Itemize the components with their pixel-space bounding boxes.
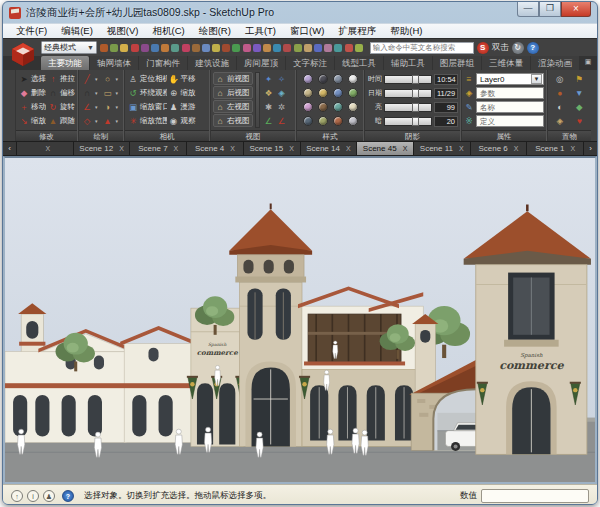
draw-tool-button[interactable]: ▭ ▾: [102, 86, 122, 100]
modify-tool-button[interactable]: ▲ 跟随: [47, 114, 75, 128]
quick-tool-icon[interactable]: [324, 44, 332, 52]
scene-tab[interactable]: X: [17, 142, 73, 155]
ribbon-tab[interactable]: 渲染动画: [531, 56, 579, 70]
shadow-slider[interactable]: [384, 117, 432, 126]
style-swatch-button[interactable]: [315, 100, 330, 114]
dropdown-arrow-icon[interactable]: ▾: [95, 104, 98, 110]
quick-tool-icon[interactable]: [100, 44, 108, 52]
help-icon[interactable]: ?: [62, 490, 74, 502]
style-swatch-button[interactable]: [315, 114, 330, 128]
draw-tool-button[interactable]: ◑ ▾: [102, 100, 122, 114]
quick-tool-icon[interactable]: [171, 44, 179, 52]
maximize-button[interactable]: ❐: [539, 2, 561, 17]
attribute-field[interactable]: 参数: [476, 87, 544, 99]
view-button[interactable]: ⌂ 前视图: [213, 72, 253, 85]
menu-item[interactable]: 工具(T): [238, 24, 283, 39]
sketchup-logo[interactable]: [9, 41, 37, 68]
utility-tool-button[interactable]: ●: [550, 86, 570, 100]
modify-tool-button[interactable]: ↑ 推拉: [47, 72, 75, 86]
style-swatch-button[interactable]: [330, 72, 345, 86]
ribbon-tab[interactable]: 建筑设施: [188, 56, 236, 70]
views-scrollbar[interactable]: [255, 72, 260, 128]
quick-tool-icon[interactable]: [202, 44, 210, 52]
ribbon-tab[interactable]: 图层群组: [433, 56, 481, 70]
style-swatch-button[interactable]: [330, 114, 345, 128]
style-swatch-button[interactable]: [300, 72, 315, 86]
title-bar[interactable]: 涪陵商业街+会所+幼儿园tas0809.skp - SketchUp Pro —…: [3, 2, 597, 23]
utility-tool-button[interactable]: ◐: [550, 100, 570, 114]
help-icon[interactable]: ?: [527, 42, 539, 54]
scene-tab[interactable]: Scene 45 X: [357, 142, 413, 155]
quick-tool-icon[interactable]: [222, 44, 230, 52]
scene-tab[interactable]: Scene 11 X: [414, 142, 470, 155]
close-icon[interactable]: X: [230, 145, 235, 152]
quick-tool-icon[interactable]: [283, 44, 291, 52]
draw-tool-button[interactable]: ◇ ▾: [81, 114, 101, 128]
draw-tool-button[interactable]: ○ ▾: [102, 72, 122, 86]
quick-tool-icon[interactable]: [110, 44, 118, 52]
camera-tool-button[interactable]: ▣ 缩放窗口: [127, 100, 167, 114]
shadow-slider[interactable]: [384, 103, 432, 112]
style-swatch-button[interactable]: [345, 114, 360, 128]
scene-tab[interactable]: Scene 6 X: [471, 142, 527, 155]
quick-tool-icon[interactable]: [161, 44, 169, 52]
style-swatch-button[interactable]: [315, 86, 330, 100]
shadow-value[interactable]: 10:54: [434, 74, 458, 85]
shadow-slider[interactable]: [384, 89, 432, 98]
model-viewport[interactable]: Spanish commerce: [3, 156, 597, 484]
utility-tool-button[interactable]: ♥: [570, 114, 590, 128]
scene-tab[interactable]: Scene 12 X: [74, 142, 130, 155]
dropdown-arrow-icon[interactable]: ▾: [95, 76, 98, 82]
camera-tool-button[interactable]: ✳ 缩放范围: [127, 114, 167, 128]
scene-tab[interactable]: Scene 15 X: [244, 142, 300, 155]
modify-tool-button[interactable]: ↘ 缩放: [18, 114, 46, 128]
camera-tool-button[interactable]: ♙ 定位相机: [127, 72, 167, 86]
update-icon[interactable]: ↻: [512, 42, 524, 54]
view-extra-button[interactable]: ◈: [275, 86, 288, 100]
scene-tab[interactable]: Scene 4 X: [187, 142, 243, 155]
menu-item[interactable]: 绘图(R): [192, 24, 238, 39]
draw-tool-button[interactable]: ╱ ▾: [81, 72, 101, 86]
utility-tool-button[interactable]: ◎: [550, 72, 570, 86]
dropdown-arrow-icon[interactable]: ▾: [116, 76, 119, 82]
ribbon-tab[interactable]: 三维体量: [482, 56, 530, 70]
quick-tool-icon[interactable]: [273, 44, 281, 52]
style-swatch-button[interactable]: [300, 114, 315, 128]
view-button[interactable]: ⌂ 左视图: [213, 100, 253, 113]
dropdown-arrow-icon[interactable]: ▾: [116, 90, 119, 96]
utility-tool-button[interactable]: ◆: [570, 100, 590, 114]
view-extra-button[interactable]: ❖: [262, 86, 275, 100]
close-icon[interactable]: X: [174, 145, 179, 152]
view-extra-button[interactable]: ✱: [262, 100, 275, 114]
scene-scroll-right[interactable]: ›: [584, 142, 597, 155]
close-icon[interactable]: X: [403, 145, 408, 152]
ribbon-tab[interactable]: 辅助工具: [384, 56, 432, 70]
close-icon[interactable]: X: [571, 145, 576, 152]
toolbar-mode-select[interactable]: 经典模式 ▼: [41, 41, 97, 54]
style-swatch-button[interactable]: [330, 100, 345, 114]
info-icon[interactable]: i: [27, 490, 39, 502]
view-extra-button[interactable]: ∠: [275, 114, 288, 128]
shadow-value[interactable]: 99: [434, 102, 458, 113]
quick-tool-icon[interactable]: [334, 44, 342, 52]
close-icon[interactable]: X: [346, 145, 351, 152]
attribute-field[interactable]: 名称: [476, 101, 544, 113]
style-swatch-button[interactable]: [345, 86, 360, 100]
layer-select[interactable]: Layer0 ▼: [476, 73, 544, 85]
quick-tool-icon[interactable]: [263, 44, 271, 52]
camera-tool-button[interactable]: ⊕ 缩放: [168, 86, 208, 100]
quick-tool-icon[interactable]: [314, 44, 322, 52]
draw-tool-button[interactable]: ▲ ▾: [102, 114, 122, 128]
view-extra-button[interactable]: ✦: [262, 72, 275, 86]
scene-tab[interactable]: Scene 1 X: [527, 142, 583, 155]
quick-tool-icon[interactable]: [304, 44, 312, 52]
menu-item[interactable]: 帮助(H): [383, 24, 429, 39]
quick-tool-icon[interactable]: [243, 44, 251, 52]
utility-tool-button[interactable]: ◈: [550, 114, 570, 128]
quick-tool-icon[interactable]: [253, 44, 261, 52]
menu-item[interactable]: 相机(C): [145, 24, 191, 39]
quick-tool-icon[interactable]: [192, 44, 200, 52]
style-swatch-button[interactable]: [300, 86, 315, 100]
command-search-input[interactable]: [370, 42, 474, 54]
quick-tool-icon[interactable]: [151, 44, 159, 52]
